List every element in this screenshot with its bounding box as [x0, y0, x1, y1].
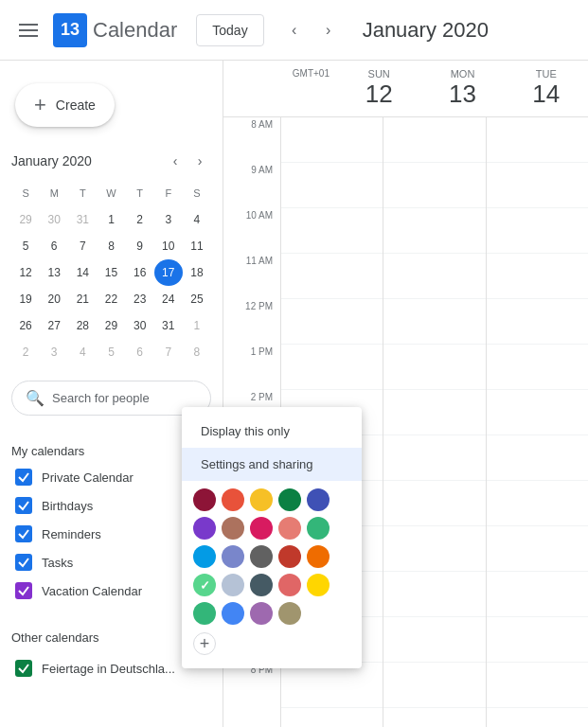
hour-line	[487, 345, 588, 390]
hour-line	[487, 163, 588, 208]
mini-cal-day-header: F	[154, 180, 183, 206]
logo-box: 13	[53, 13, 87, 47]
hour-line	[487, 663, 588, 708]
mini-cal-day[interactable]: 6	[40, 233, 68, 259]
app-header: 13 Calendar Today ‹ › January 2020	[0, 0, 588, 61]
mini-cal-day[interactable]: 3	[154, 206, 183, 233]
mini-cal-day[interactable]: 14	[68, 259, 97, 286]
color-swatch[interactable]	[278, 545, 301, 568]
color-swatch[interactable]	[222, 545, 244, 568]
hour-line	[383, 572, 485, 617]
calendar-checkbox[interactable]	[15, 525, 32, 542]
mini-cal-day[interactable]: 7	[154, 339, 183, 365]
create-button[interactable]: + Create	[15, 83, 115, 127]
mini-cal-day[interactable]: 26	[11, 312, 40, 339]
color-swatch[interactable]	[222, 602, 244, 625]
mini-cal-next[interactable]: ›	[188, 150, 211, 172]
logo-container: 13 Calendar	[53, 13, 177, 47]
add-custom-color-button[interactable]: +	[193, 632, 216, 655]
calendar-checkbox[interactable]	[15, 469, 32, 486]
color-swatch[interactable]	[222, 574, 244, 596]
mini-cal-day[interactable]: 12	[11, 259, 40, 286]
mini-cal-day[interactable]: 5	[97, 339, 125, 365]
mini-cal-day[interactable]: 22	[97, 286, 125, 312]
color-swatch[interactable]	[278, 602, 301, 625]
color-swatch[interactable]	[307, 488, 330, 511]
mini-cal-day[interactable]: 4	[183, 206, 211, 233]
mini-cal-day[interactable]: 28	[68, 312, 97, 339]
color-swatch[interactable]	[193, 545, 216, 568]
color-swatch[interactable]	[193, 602, 216, 625]
hour-line	[487, 617, 588, 663]
color-swatch[interactable]	[250, 545, 273, 568]
mini-cal-day[interactable]: 21	[68, 286, 97, 312]
mini-cal-day[interactable]: 1	[183, 312, 211, 339]
mini-cal-prev[interactable]: ‹	[164, 150, 187, 172]
mini-cal-day[interactable]: 7	[68, 233, 97, 259]
time-label: 1 PM	[223, 345, 280, 390]
color-swatch[interactable]	[278, 574, 301, 596]
mini-cal-day[interactable]: 29	[97, 312, 125, 339]
color-swatch[interactable]	[307, 545, 330, 568]
color-swatch[interactable]	[250, 602, 273, 625]
mini-cal-day[interactable]: 27	[40, 312, 68, 339]
context-menu-settings-sharing[interactable]: Settings and sharing	[182, 448, 362, 481]
mini-cal-day[interactable]: 18	[183, 259, 211, 286]
mini-cal-day[interactable]: 16	[126, 259, 154, 286]
mini-cal-day[interactable]: 31	[68, 206, 97, 233]
today-button[interactable]: Today	[196, 14, 263, 46]
logo-text: Calendar	[93, 18, 177, 43]
prev-arrow[interactable]: ‹	[279, 15, 310, 45]
mini-cal-day[interactable]: 1	[97, 206, 125, 233]
mini-cal-day[interactable]: 4	[68, 339, 97, 365]
mini-cal-day[interactable]: 3	[40, 339, 68, 365]
color-swatch[interactable]	[307, 517, 330, 540]
mini-cal-day[interactable]: 8	[97, 233, 125, 259]
mini-cal-day[interactable]: 25	[183, 286, 211, 312]
day-name-sun: SUN	[337, 68, 420, 80]
mini-cal-day[interactable]: 6	[126, 339, 154, 365]
calendar-checkbox[interactable]	[15, 497, 32, 514]
calendar-item-label: Feiertage in Deutschla...	[42, 662, 175, 676]
day-header-tue: TUE 14	[505, 61, 588, 116]
mini-cal-day[interactable]: 10	[154, 233, 183, 259]
color-swatch[interactable]	[222, 517, 244, 540]
calendar-checkbox[interactable]	[15, 582, 32, 599]
mini-cal-day[interactable]: 8	[183, 339, 211, 365]
mini-cal-day[interactable]: 24	[154, 286, 183, 312]
next-arrow[interactable]: ›	[313, 15, 344, 45]
color-swatch[interactable]	[307, 574, 330, 596]
color-swatch[interactable]	[193, 517, 216, 540]
mini-cal-day[interactable]: 2	[11, 339, 40, 365]
mini-cal-day[interactable]: 2	[126, 206, 154, 233]
calendar-item-label: Birthdays	[42, 499, 93, 513]
color-swatch[interactable]	[278, 517, 301, 540]
mini-cal-day[interactable]: 15	[97, 259, 125, 286]
mini-cal-day[interactable]: 20	[40, 286, 68, 312]
mini-cal-day[interactable]: 30	[126, 312, 154, 339]
mini-cal-day[interactable]: 23	[126, 286, 154, 312]
mini-cal-day[interactable]: 31	[154, 312, 183, 339]
mini-cal-day[interactable]: 9	[126, 233, 154, 259]
calendar-checkbox[interactable]	[15, 554, 32, 571]
color-swatch[interactable]	[250, 488, 273, 511]
color-swatch[interactable]	[193, 574, 216, 596]
mini-cal-day[interactable]: 19	[11, 286, 40, 312]
mini-cal-day[interactable]: 30	[40, 206, 68, 233]
color-swatch[interactable]	[222, 488, 244, 511]
color-swatch[interactable]	[278, 488, 301, 511]
hour-line	[281, 117, 383, 163]
hour-line	[487, 435, 588, 481]
mini-cal-title: January 2020	[11, 153, 92, 168]
color-swatch[interactable]	[250, 574, 273, 596]
mini-cal-day[interactable]: 17	[154, 259, 183, 286]
calendar-checkbox[interactable]	[15, 660, 32, 677]
mini-cal-day[interactable]: 5	[11, 233, 40, 259]
hamburger-menu[interactable]	[11, 16, 45, 44]
color-swatch[interactable]	[193, 488, 216, 511]
context-menu-display-only[interactable]: Display this only	[182, 415, 362, 448]
mini-cal-day[interactable]: 29	[11, 206, 40, 233]
mini-cal-day[interactable]: 13	[40, 259, 68, 286]
color-swatch[interactable]	[250, 517, 273, 540]
mini-cal-day[interactable]: 11	[183, 233, 211, 259]
